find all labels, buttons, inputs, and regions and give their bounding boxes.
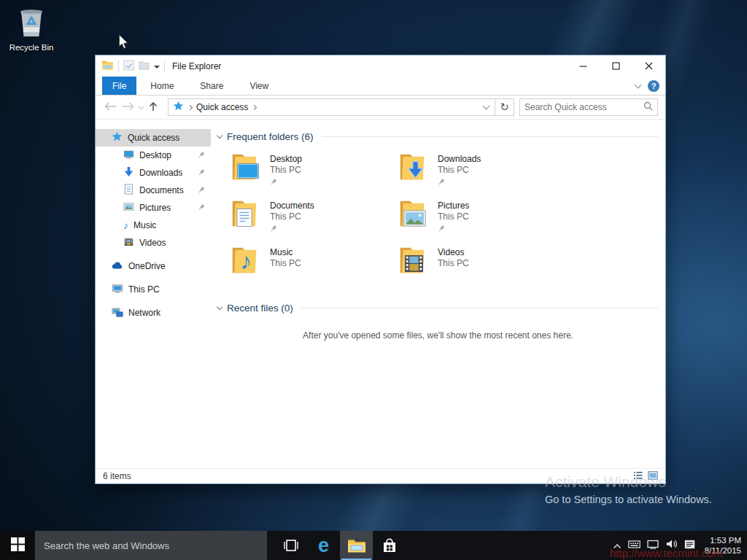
task-view-button[interactable] xyxy=(274,531,307,560)
tab-share[interactable]: Share xyxy=(187,77,236,95)
thumbnail-view-icon[interactable] xyxy=(648,471,658,482)
recent-locations-caret-icon[interactable] xyxy=(139,104,144,109)
collapse-group-chevron-icon[interactable] xyxy=(217,132,222,138)
new-folder-icon[interactable] xyxy=(139,61,150,72)
sidebar-item-videos[interactable]: Videos xyxy=(96,234,211,252)
forward-icon[interactable] xyxy=(122,102,134,113)
recycle-bin-desktop-icon[interactable]: Recycle Bin xyxy=(4,6,58,52)
tile-location: This PC xyxy=(270,258,301,268)
sidebar-item-music[interactable]: ♪ Music xyxy=(96,217,211,234)
group-title[interactable]: Recent files (0) xyxy=(227,303,293,314)
sidebar-item-this-pc[interactable]: This PC xyxy=(96,281,211,298)
back-icon[interactable] xyxy=(104,102,117,113)
volume-icon[interactable] xyxy=(666,539,678,552)
sidebar-item-documents[interactable]: Documents xyxy=(96,182,211,199)
file-explorer-taskbar-button[interactable] xyxy=(340,531,373,560)
download-arrow-icon xyxy=(406,160,425,182)
details-view-icon[interactable] xyxy=(633,471,643,482)
sidebar-item-quick-access[interactable]: Quick access xyxy=(96,129,211,147)
frequent-folders-header[interactable]: Frequent folders (6) xyxy=(217,130,658,143)
address-dropdown-caret-icon[interactable] xyxy=(483,102,490,109)
star-icon xyxy=(112,131,123,144)
sidebar-item-label: Music xyxy=(133,220,156,230)
sidebar-item-label: This PC xyxy=(128,284,160,295)
frequent-folders-grid: Desktop This PC xyxy=(211,152,665,292)
group-title[interactable]: Frequent folders (6) xyxy=(227,131,314,142)
pin-icon xyxy=(438,224,469,234)
folder-tile-downloads[interactable]: Downloads This PC xyxy=(396,152,564,198)
navigation-bar: Quick access ↻ xyxy=(96,96,665,120)
music-note-icon: ♪ xyxy=(123,220,128,230)
breadcrumb-chevron-icon[interactable] xyxy=(187,104,193,109)
tile-name: Documents xyxy=(270,201,314,211)
computer-icon xyxy=(112,283,123,296)
sidebar-item-pictures[interactable]: Pictures xyxy=(96,199,211,217)
up-icon[interactable] xyxy=(148,101,158,114)
tile-name: Music xyxy=(270,247,301,257)
tab-file[interactable]: File xyxy=(102,77,136,95)
touch-keyboard-icon[interactable] xyxy=(628,539,640,552)
quick-access-star-icon xyxy=(173,101,184,114)
folder-tile-videos[interactable]: Videos This PC xyxy=(396,245,564,292)
tile-location: This PC xyxy=(270,211,314,222)
close-button[interactable] xyxy=(632,55,665,77)
folder-tile-desktop[interactable]: Desktop This PC xyxy=(228,152,396,198)
help-icon[interactable]: ? xyxy=(648,80,659,92)
expand-ribbon-chevron-icon[interactable] xyxy=(635,81,642,88)
network-tray-icon[interactable] xyxy=(647,539,659,552)
recycle-bin-label: Recycle Bin xyxy=(4,43,58,52)
clock-date: 8/11/2015 xyxy=(705,545,741,556)
start-button[interactable] xyxy=(0,531,35,560)
pin-icon xyxy=(270,224,314,234)
edge-browser-button[interactable]: e xyxy=(307,531,340,560)
sidebar-item-onedrive[interactable]: OneDrive xyxy=(96,257,211,275)
picture-icon xyxy=(123,201,134,214)
taskbar-clock[interactable]: 1:53 PM 8/11/2015 xyxy=(705,535,741,556)
address-bar[interactable]: Quick access xyxy=(168,98,495,116)
taskbar-search-box[interactable] xyxy=(35,531,267,560)
tab-view[interactable]: View xyxy=(237,77,281,95)
store-button[interactable] xyxy=(373,531,406,560)
properties-icon[interactable] xyxy=(123,60,134,73)
tile-location: This PC xyxy=(270,165,302,175)
toolbar-separator xyxy=(164,61,165,72)
breadcrumb-chevron-icon[interactable] xyxy=(252,104,257,109)
breadcrumb[interactable]: Quick access xyxy=(196,102,248,112)
search-input[interactable] xyxy=(525,102,643,112)
pin-icon xyxy=(198,150,205,160)
folder-tile-music[interactable]: ♪ Music This PC xyxy=(228,245,396,292)
action-center-icon[interactable] xyxy=(684,539,695,552)
file-explorer-icon xyxy=(347,538,366,553)
tray-chevron-up-icon[interactable] xyxy=(613,539,622,552)
pin-icon xyxy=(270,177,302,187)
tile-name: Pictures xyxy=(438,201,469,211)
taskbar-search-input[interactable] xyxy=(44,540,258,551)
collapse-group-chevron-icon[interactable] xyxy=(217,303,222,309)
clock-time: 1:53 PM xyxy=(705,535,741,545)
window-caption-buttons xyxy=(567,55,665,77)
search-box[interactable] xyxy=(519,98,658,116)
maximize-button[interactable] xyxy=(600,55,632,77)
refresh-icon[interactable]: ↻ xyxy=(495,98,514,116)
title-bar[interactable]: File Explorer xyxy=(96,55,665,77)
sidebar-item-desktop[interactable]: Desktop xyxy=(96,147,211,164)
sidebar-item-label: Quick access xyxy=(128,133,179,143)
customize-toolbar-caret-icon[interactable] xyxy=(154,66,160,69)
folder-tile-documents[interactable]: Documents This PC xyxy=(228,198,396,245)
folder-tile-pictures[interactable]: Pictures This PC xyxy=(396,198,564,245)
tab-home[interactable]: Home xyxy=(138,77,186,95)
tile-name: Downloads xyxy=(438,154,481,164)
minimize-button[interactable] xyxy=(567,55,600,77)
sidebar-item-downloads[interactable]: Downloads xyxy=(96,164,211,182)
sidebar-item-label: OneDrive xyxy=(128,261,166,271)
sidebar-item-network[interactable]: Network xyxy=(96,304,211,322)
search-icon[interactable] xyxy=(643,101,653,113)
recycle-bin-icon xyxy=(18,28,45,40)
document-icon xyxy=(123,184,134,197)
recent-files-header[interactable]: Recent files (0) xyxy=(217,301,658,314)
tile-name: Desktop xyxy=(270,154,302,164)
tile-location: This PC xyxy=(438,165,481,175)
window-title: File Explorer xyxy=(172,61,221,71)
ribbon-tab-bar: File Home Share View ? xyxy=(96,77,665,96)
film-icon xyxy=(123,237,134,249)
